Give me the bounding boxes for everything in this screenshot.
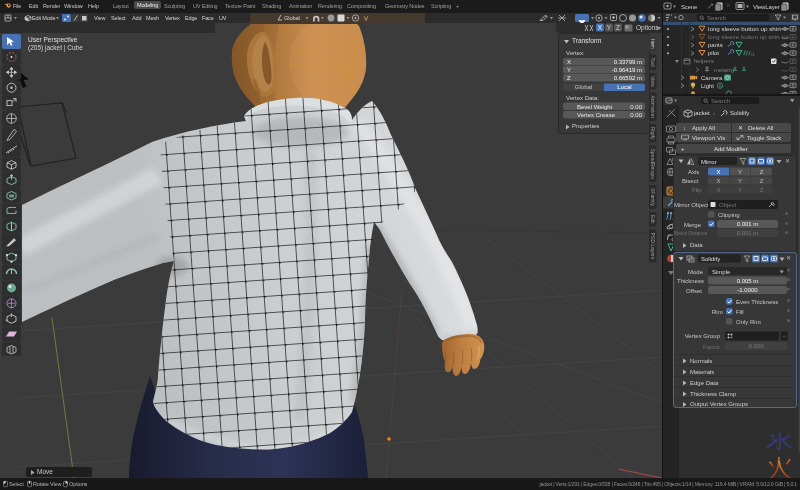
svg-text:metarig: metarig — [714, 66, 734, 72]
svg-text:Light: Light — [701, 82, 714, 88]
svg-text:/1: /1 — [751, 52, 755, 57]
svg-text:pilot: pilot — [708, 50, 719, 56]
svg-text:long sleeve button up shirt: long sleeve button up shirt — [708, 26, 781, 32]
svg-text:Global: Global — [284, 15, 300, 21]
svg-text:Camera: Camera — [701, 74, 723, 80]
svg-text:long sleeve button up shirt mi: long sleeve button up shirt mi — [708, 34, 788, 40]
svg-text:Scene: Scene — [681, 4, 698, 10]
svg-text:pants: pants — [708, 42, 723, 48]
svg-text:helpers: helpers — [694, 58, 714, 64]
svg-text:ViewLayer: ViewLayer — [753, 4, 780, 10]
